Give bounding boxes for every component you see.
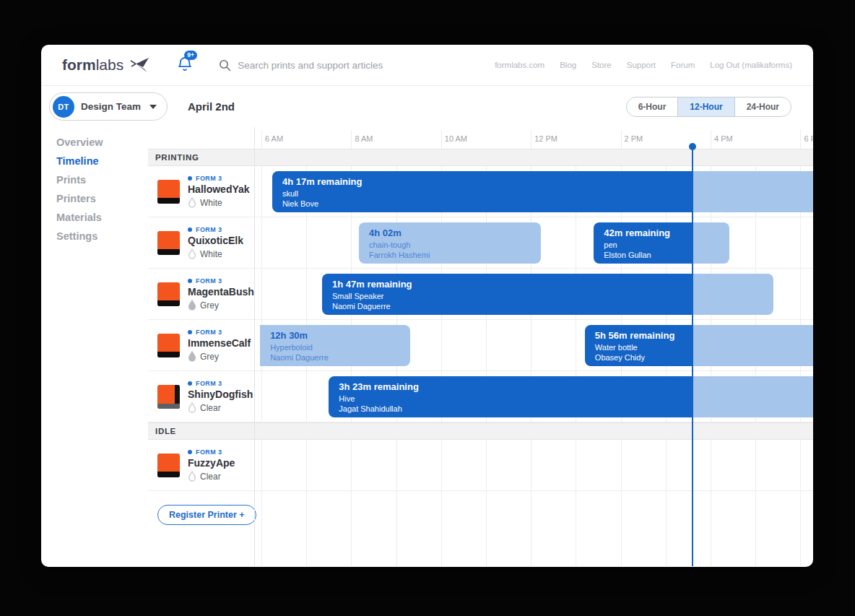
header-link-formlabs-com[interactable]: formlabs.com	[495, 61, 544, 69]
axis-label: 4 PM	[714, 134, 733, 143]
print-job-bar[interactable]: 4h 17m remainingskullNiek Bove	[272, 171, 813, 212]
material-droplet-icon	[188, 351, 196, 362]
team-selector[interactable]: DT Design Team	[49, 92, 168, 121]
material-droplet-icon	[188, 402, 196, 413]
printer-icon	[157, 334, 180, 357]
printer-icon-base	[157, 352, 180, 357]
printer-material-name: Grey	[200, 352, 219, 362]
printer-info-shinydogfish[interactable]: FORM 3ShinyDogfishClear	[148, 371, 254, 422]
toolbar: DT Design Team April 2nd 6-Hour12-Hour24…	[41, 86, 813, 127]
status-dot	[188, 279, 192, 283]
printer-model-text: FORM 3	[196, 226, 222, 233]
sidebar-item-timeline[interactable]: Timeline	[41, 152, 148, 170]
axis-tick	[621, 130, 622, 149]
axis-tick	[261, 130, 262, 149]
printer-info-fuzzyape[interactable]: FORM 3FuzzyApeClear	[148, 440, 254, 490]
team-name: Design Team	[81, 101, 141, 112]
screen-background: formlabs 9+	[0, 0, 855, 616]
job-remaining-segment	[693, 274, 773, 315]
print-job-bar[interactable]: 3h 23m remainingHiveJagat Shahidullah	[329, 376, 813, 417]
job-user-name: Niek Bove	[282, 199, 363, 208]
printer-model-label: FORM 3	[188, 277, 254, 285]
printer-info-immensecalf[interactable]: FORM 3ImmenseCalfGrey	[148, 320, 254, 370]
header-link-forum[interactable]: Forum	[671, 61, 695, 69]
printer-icon-base	[157, 472, 180, 477]
print-job-bar[interactable]: 12h 30mHyperboloidNaomi Daguerre	[260, 325, 410, 366]
printer-name: HallowedYak	[188, 183, 250, 195]
axis-label: 10 AM	[445, 134, 467, 143]
print-job-bar[interactable]: 4h 02mchain-toughFarrokh Hashemi	[359, 222, 541, 264]
printer-model-label: FORM 3	[188, 226, 243, 233]
job-time-label: 1h 47m remaining	[332, 279, 412, 290]
notifications-button[interactable]: 9+	[177, 56, 196, 74]
timeline-footer: Register Printer +	[148, 491, 813, 566]
job-time-label: 42m remaining	[604, 227, 670, 238]
notification-badge: 9+	[184, 51, 197, 60]
job-label: 4h 17m remainingskullNiek Bove	[282, 176, 363, 208]
printer-name: ImmenseCalf	[188, 337, 251, 349]
job-user-name: Obasey Chidy	[595, 353, 675, 362]
printer-info-hallowedyak[interactable]: FORM 3HallowedYakWhite	[148, 166, 254, 217]
printer-chart-lane: 4h 17m remainingskullNiek Bove	[254, 166, 813, 217]
axis-label: 6 AM	[265, 134, 283, 143]
formlabs-logo: formlabs	[62, 56, 149, 74]
printer-material: White	[188, 248, 243, 259]
job-time-label: 3h 23m remaining	[339, 381, 419, 392]
sidebar-item-printers[interactable]: Printers	[41, 189, 148, 208]
printer-info-quixoticelk[interactable]: FORM 3QuixoticElkWhite	[148, 217, 254, 268]
range-button-24-hour[interactable]: 24-Hour	[734, 97, 791, 116]
search-bar[interactable]	[219, 59, 495, 71]
printer-model-label: FORM 3	[188, 380, 253, 387]
axis-tick	[711, 130, 711, 149]
material-droplet-icon	[188, 248, 196, 259]
printer-icon-base	[157, 198, 180, 204]
printer-icon	[157, 180, 180, 204]
printer-icon-base	[157, 404, 180, 409]
printer-row: FORM 3ShinyDogfishClear3h 23m remainingH…	[148, 371, 813, 422]
header-link-blog[interactable]: Blog	[560, 61, 576, 69]
printer-chart-lane	[254, 440, 813, 490]
team-avatar: DT	[53, 96, 74, 118]
printer-info-magentabush[interactable]: FORM 3MagentaBushGrey	[148, 269, 254, 319]
range-button-12-hour[interactable]: 12-Hour	[677, 97, 734, 116]
job-part-name: pen	[604, 240, 670, 249]
job-user-name: Naomi Daguerre	[270, 353, 329, 362]
header-link-store[interactable]: Store	[591, 61, 612, 69]
printer-model-text: FORM 3	[196, 380, 222, 387]
current-date: April 2nd	[188, 100, 235, 113]
job-user-name: Jagat Shahidullah	[339, 404, 419, 413]
printer-icon-base	[157, 249, 180, 255]
printer-name: QuixoticElk	[188, 235, 243, 246]
header-link-support[interactable]: Support	[627, 61, 656, 69]
chevron-down-icon	[149, 105, 157, 109]
status-dot	[188, 227, 192, 232]
header-link-log-out-malikaforms[interactable]: Log Out (malikaforms)	[710, 61, 792, 69]
range-button-6-hour[interactable]: 6-Hour	[627, 97, 678, 116]
register-printer-button[interactable]: Register Printer +	[157, 505, 256, 525]
job-label: 42m remainingpenElston Gullan	[604, 227, 670, 259]
job-remaining-segment	[693, 376, 813, 417]
sidebar-item-materials[interactable]: Materials	[41, 208, 148, 227]
search-input[interactable]	[238, 60, 483, 71]
app-header: formlabs 9+	[41, 45, 813, 86]
job-remaining-segment	[693, 171, 813, 212]
job-user-name: Elston Gullan	[604, 251, 670, 259]
print-job-bar[interactable]: 5h 56m remainingWater bottleObasey Chidy	[585, 325, 813, 366]
sidebar-item-prints[interactable]: Prints	[41, 170, 148, 189]
sidebar-item-settings[interactable]: Settings	[41, 227, 148, 246]
printer-model-text: FORM 3	[196, 448, 222, 456]
printer-meta: FORM 3MagentaBushGrey	[188, 277, 254, 311]
printer-icon	[157, 231, 180, 255]
printer-material: Grey	[188, 351, 251, 362]
printer-row: FORM 3ImmenseCalfGrey12h 30mHyperboloidN…	[148, 320, 813, 371]
printer-name: ShinyDogfish	[188, 389, 253, 400]
job-part-name: Hyperboloid	[270, 343, 329, 352]
job-part-name: Hive	[339, 394, 419, 403]
print-job-bar[interactable]: 42m remainingpenElston Gullan	[594, 222, 729, 264]
printer-meta: FORM 3QuixoticElkWhite	[188, 226, 243, 259]
job-time-label: 5h 56m remaining	[595, 330, 675, 341]
printer-name: FuzzyApe	[188, 457, 235, 469]
time-axis: 6 AM8 AM10 AM12 PM2 PM4 PM6 PM	[148, 127, 813, 149]
sidebar-item-overview[interactable]: Overview	[41, 133, 148, 152]
print-job-bar[interactable]: 1h 47m remainingSmall SpeakerNaomi Dague…	[322, 274, 773, 315]
